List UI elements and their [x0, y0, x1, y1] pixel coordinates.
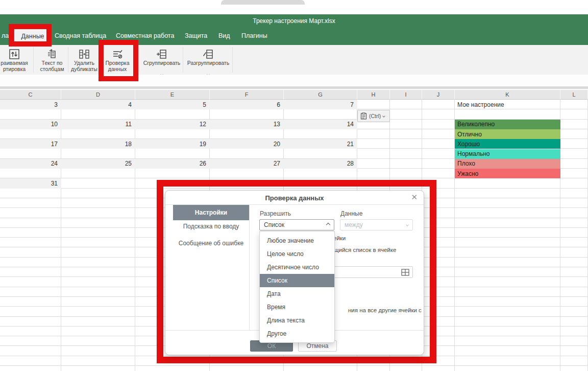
- in-cell-dropdown-checkbox-label-fragment: щийся список в ячейке: [334, 247, 396, 253]
- paste-options-label: (Ctrl): [369, 113, 381, 119]
- calendar-cell[interactable]: 26: [135, 159, 210, 169]
- tab-protection[interactable]: Защита: [185, 32, 207, 39]
- titlebar: Трекер настроения Март.xlsx: [0, 14, 588, 27]
- column-header-J[interactable]: J: [422, 90, 455, 100]
- calendar-cell[interactable]: 24: [0, 159, 61, 169]
- ungroup-icon: [202, 48, 214, 60]
- calendar-cell[interactable]: 27: [210, 159, 284, 169]
- close-icon[interactable]: ✕: [411, 193, 418, 202]
- mood-cell[interactable]: Великолепно: [455, 120, 560, 129]
- browser-top-strip: [0, 0, 588, 14]
- calendar-cell[interactable]: 19: [135, 139, 210, 149]
- app-window: Трекер настроения Март.xlsx лаДанныеСвод…: [0, 0, 588, 371]
- column-header-I[interactable]: I: [390, 90, 422, 100]
- header-cell[interactable]: Мое настроение: [455, 100, 560, 109]
- mood-cell[interactable]: Нормально: [455, 149, 560, 159]
- allow-dropdown-list: Любое значениеЦелое числоДесятичное числ…: [259, 231, 335, 343]
- calendar-cell[interactable]: 5: [135, 100, 210, 109]
- tab-pivot[interactable]: Сводная таблица: [55, 32, 106, 39]
- chevron-up-icon: [326, 223, 330, 227]
- calendar-cell[interactable]: 3: [0, 100, 61, 109]
- dropdown-option[interactable]: Десятичное число: [260, 261, 334, 274]
- toolbar-button-ungroup[interactable]: Разгруппировать: [178, 45, 239, 75]
- custom-sort-icon: [8, 48, 20, 60]
- annotation-box-validation-button: [99, 40, 138, 81]
- column-header-G[interactable]: G: [284, 90, 357, 100]
- chevron-down-icon: [406, 223, 409, 226]
- dropdown-option[interactable]: Целое число: [260, 247, 334, 261]
- column-header-F[interactable]: F: [210, 90, 284, 100]
- calendar-cell[interactable]: 6: [210, 100, 284, 109]
- chevron-down-icon: [382, 114, 385, 118]
- tab-collaboration[interactable]: Совместная работа: [116, 32, 174, 39]
- calendar-cell[interactable]: 10: [0, 120, 61, 129]
- calendar-cell[interactable]: 14: [284, 120, 357, 129]
- select-range-icon: [401, 269, 409, 276]
- column-header-D[interactable]: D: [61, 90, 135, 100]
- data-combobox-value: между: [345, 221, 406, 228]
- mood-cell[interactable]: Ужасно: [455, 169, 560, 178]
- calendar-cell[interactable]: 12: [135, 120, 210, 129]
- dropdown-option[interactable]: Любое значение: [260, 234, 334, 247]
- calendar-cell[interactable]: 17: [0, 139, 61, 149]
- column-header-H[interactable]: H: [357, 90, 390, 100]
- dialog-tab-error-alert[interactable]: Сообщение об ошибке: [173, 240, 249, 247]
- mood-cell[interactable]: Плохо: [455, 159, 560, 169]
- data-combobox: между: [340, 219, 413, 230]
- toolbar-separator: [232, 47, 233, 73]
- dropdown-option[interactable]: Список: [260, 274, 334, 287]
- column-header-C[interactable]: C: [0, 90, 61, 100]
- document-title: Трекер настроения Март.xlsx: [0, 17, 588, 25]
- calendar-cell[interactable]: 13: [210, 120, 284, 129]
- allow-label: Разрешить: [260, 210, 291, 217]
- calendar-cell[interactable]: 4: [61, 100, 135, 109]
- menu-tabbar: лаДанныеСводная таблицаСовместная работа…: [0, 27, 588, 45]
- dialog-tab-input-message[interactable]: Подсказка по вводу: [173, 223, 249, 230]
- tab-plugins[interactable]: Плагины: [241, 32, 267, 39]
- calendar-cell[interactable]: 18: [61, 139, 135, 149]
- calendar-cell[interactable]: 21: [284, 139, 357, 149]
- dropdown-option[interactable]: Другое: [260, 327, 334, 340]
- calendar-cell[interactable]: 25: [61, 159, 135, 169]
- mood-cell[interactable]: Отлично: [455, 129, 560, 139]
- toolbar-separator: [68, 47, 68, 73]
- toolbar-button-label: Разгруппировать: [187, 60, 229, 66]
- dropdown-option[interactable]: Дата: [260, 287, 334, 300]
- mood-cell[interactable]: Хорошо: [455, 139, 560, 149]
- tab-formula[interactable]: ла: [2, 32, 9, 39]
- column-header-L[interactable]: L: [560, 90, 588, 100]
- toolbar-separator: [33, 47, 34, 73]
- toolbar-separator: [183, 47, 183, 73]
- data-validation-dialog: Проверка данных ✕ НастройкиПодсказка по …: [165, 190, 424, 355]
- annotation-box-data-tab: [9, 24, 52, 47]
- dialog-panel-divider: [249, 204, 250, 330]
- data-label: Данные: [340, 210, 362, 217]
- calendar-cell[interactable]: 20: [210, 139, 284, 149]
- calendar-cell[interactable]: 7: [284, 100, 357, 109]
- calendar-cell[interactable]: 28: [284, 159, 357, 169]
- allow-combobox-value: Список: [264, 221, 327, 228]
- dropdown-option[interactable]: Длина текста: [260, 314, 334, 327]
- column-header-K[interactable]: K: [455, 90, 560, 100]
- toolbar-button-label: Сгруппировать: [143, 60, 181, 66]
- dialog-title: Проверка данных: [165, 194, 424, 202]
- dropdown-option[interactable]: Время: [260, 300, 334, 314]
- paste-options-button[interactable]: (Ctrl): [357, 110, 390, 122]
- column-header-E[interactable]: E: [135, 90, 210, 100]
- calendar-cell[interactable]: 31: [0, 178, 61, 188]
- tab-view[interactable]: Вид: [218, 32, 230, 39]
- toolbar: раиваемаяртировкаТекст постолбцамУдалить…: [0, 45, 588, 75]
- apply-changes-checkbox-label-fragment: ния на все другие ячейки с: [348, 307, 422, 313]
- dialog-tab-settings[interactable]: Настройки: [173, 205, 249, 220]
- group-icon: [156, 48, 168, 60]
- ignore-blank-checkbox-label-fragment: ейки: [333, 235, 346, 241]
- formula-bar-divider: [0, 86, 588, 89]
- calendar-cell[interactable]: 11: [61, 120, 135, 129]
- toolbar-separator: [139, 47, 139, 73]
- clipboard-icon: [360, 112, 367, 120]
- browser-tab-remnant: [221, 0, 305, 5]
- allow-combobox[interactable]: Список: [259, 219, 334, 230]
